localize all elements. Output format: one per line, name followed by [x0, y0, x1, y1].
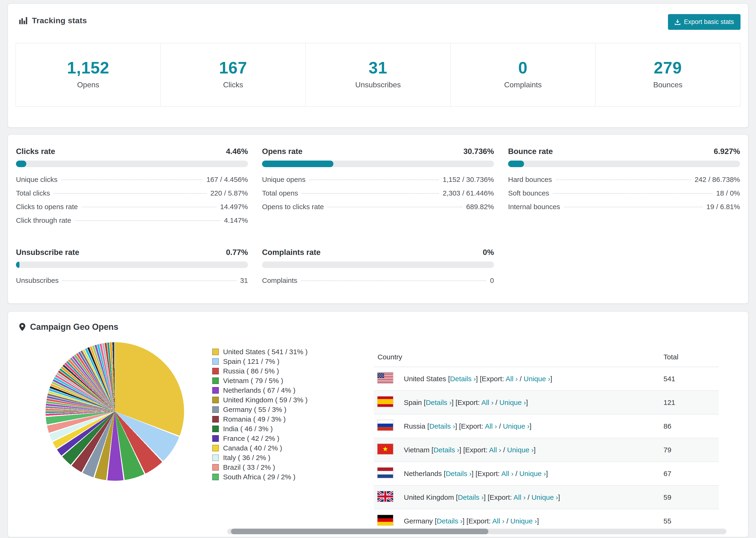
bracket: ]: [459, 446, 461, 454]
legend-item-south-africa[interactable]: South Africa ( 29 / 2% ): [212, 472, 353, 482]
rate-row-unsubscribes: Unsubscribes 31: [16, 274, 248, 287]
bracket: ]: [476, 375, 478, 383]
flag-cell: [374, 485, 400, 509]
stat-value: 0: [451, 58, 595, 77]
details-link[interactable]: Details ›: [437, 517, 462, 525]
legend-item-india[interactable]: India ( 46 / 3% ): [212, 424, 353, 434]
export-all-link[interactable]: All ›: [506, 375, 518, 383]
rate-row-value: 19 / 6.81%: [706, 200, 740, 214]
flag-vn-icon: [378, 444, 393, 454]
bracket: ]: [534, 446, 536, 454]
dotted-leader: [81, 207, 216, 207]
export-all-link[interactable]: All ›: [489, 446, 501, 454]
legend-label: Italy ( 36 / 2% ): [223, 453, 270, 462]
legend-item-united-kingdom[interactable]: United Kingdom ( 59 / 3% ): [212, 395, 353, 405]
legend-item-vietnam[interactable]: Vietnam ( 79 / 5% ): [212, 376, 353, 385]
bracket: ]: [558, 493, 560, 501]
export-all-link[interactable]: All ›: [501, 470, 513, 477]
rate-row-click-through-rate: Click through rate 4.147%: [16, 214, 248, 227]
legend-swatch: [212, 474, 219, 480]
legend-item-netherlands[interactable]: Netherlands ( 67 / 4% ): [212, 385, 353, 395]
flag-gb-icon: [378, 491, 393, 502]
total-column-header: Total: [660, 347, 719, 367]
bracket: [: [475, 470, 477, 477]
flag-cell: [374, 391, 400, 414]
details-link[interactable]: Details ›: [458, 493, 484, 501]
geo-table-header-row: Country Total: [374, 347, 719, 367]
rate-row-value: 220 / 5.87%: [210, 187, 248, 200]
export-all-link[interactable]: All ›: [513, 493, 526, 501]
legend-item-canada[interactable]: Canada ( 40 / 2% ): [212, 443, 353, 453]
rate-row-label: Total opens: [262, 187, 298, 200]
bracket: ]: [550, 375, 552, 383]
export-unique-link[interactable]: Unique ›: [503, 422, 529, 430]
export-unique-link[interactable]: Unique ›: [523, 375, 550, 383]
separator: /: [503, 446, 505, 454]
stats-row: 1,152 Opens 167 Clicks 31 Unsubscribes 0…: [16, 43, 740, 107]
legend-item-italy[interactable]: Italy ( 36 / 2% ): [212, 453, 353, 462]
export-label: Export:: [465, 446, 487, 454]
details-link[interactable]: Details ›: [433, 446, 459, 454]
total-cell: 59: [660, 485, 719, 509]
rate-row-unique-clicks: Unique clicks 167 / 4.456%: [16, 173, 248, 187]
details-link[interactable]: Details ›: [426, 399, 452, 406]
rate-row-value: 14.497%: [220, 200, 248, 214]
rate-title: Complaints rate: [262, 248, 320, 257]
rate-row-clicks-to-opens-rate: Clicks to opens rate 14.497%: [16, 200, 248, 214]
total-cell: 541: [660, 367, 719, 391]
export-all-link[interactable]: All ›: [481, 399, 494, 406]
bracket: [: [456, 493, 458, 501]
rate-row-label: Unique clicks: [16, 173, 58, 187]
export-all-link[interactable]: All ›: [485, 422, 497, 430]
details-link[interactable]: Details ›: [450, 375, 476, 383]
legend-item-germany[interactable]: Germany ( 55 / 3% ): [212, 405, 353, 414]
dotted-leader: [301, 281, 486, 281]
legend-label: Canada ( 40 / 2% ): [223, 443, 282, 453]
flag-nl-icon: [378, 467, 393, 478]
details-link[interactable]: Details ›: [429, 422, 455, 430]
bracket: ]: [529, 422, 531, 430]
legend-item-romania[interactable]: Romania ( 49 / 3% ): [212, 414, 353, 424]
country-name: Spain: [404, 399, 422, 406]
page: Tracking stats Export basic stats 1,152 …: [0, 0, 756, 538]
legend-item-spain[interactable]: Spain ( 121 / 7% ): [212, 356, 353, 366]
legend-label: Romania ( 49 / 3% ): [223, 414, 286, 424]
rate-title: Clicks rate: [16, 147, 55, 156]
legend-label: France ( 42 / 2% ): [223, 434, 279, 443]
rates-panel: Clicks rate 4.46% Unique clicks 167 / 4.…: [8, 134, 748, 304]
total-cell: 79: [660, 438, 719, 462]
geo-legend: United States ( 541 / 31% ) Spain ( 121 …: [212, 347, 353, 482]
legend-label: Netherlands ( 67 / 4% ): [223, 385, 296, 395]
export-unique-link[interactable]: Unique ›: [511, 517, 537, 525]
bracket: ]: [471, 470, 473, 477]
horizontal-scrollbar-track[interactable]: [227, 529, 727, 534]
export-all-link[interactable]: All ›: [492, 517, 505, 525]
geo-panel-title: Campaign Geo Opens: [30, 322, 118, 332]
legend-label: Germany ( 55 / 3% ): [223, 405, 287, 414]
rate-row-label: Soft bounces: [508, 187, 549, 200]
legend-swatch: [212, 406, 219, 413]
export-unique-link[interactable]: Unique ›: [499, 399, 526, 406]
legend-item-russia[interactable]: Russia ( 86 / 5% ): [212, 366, 353, 376]
export-unique-link[interactable]: Unique ›: [507, 446, 534, 454]
rate-row-value: 689.82%: [466, 200, 494, 214]
rate-percent: 6.927%: [714, 147, 740, 156]
horizontal-scrollbar-thumb[interactable]: [231, 529, 488, 534]
rate-row-value: 0: [490, 274, 494, 287]
stat-complaints: 0 Complaints: [450, 43, 596, 107]
export-basic-stats-button[interactable]: Export basic stats: [668, 14, 740, 30]
legend-label: Brazil ( 33 / 2% ): [223, 462, 275, 472]
progress-bar-fill: [262, 161, 333, 167]
separator: /: [527, 493, 529, 501]
details-link[interactable]: Details ›: [446, 470, 471, 477]
export-unique-link[interactable]: Unique ›: [519, 470, 546, 477]
rate-row-label: Total clicks: [16, 187, 50, 200]
rate-rows: Hard bounces 242 / 86.738% Soft bounces …: [508, 173, 740, 214]
flag-ru-icon: [378, 420, 393, 430]
rate-title: Opens rate: [262, 147, 302, 156]
rate-row-value: 31: [240, 274, 248, 287]
legend-item-brazil[interactable]: Brazil ( 33 / 2% ): [212, 462, 353, 472]
export-unique-link[interactable]: Unique ›: [531, 493, 558, 501]
legend-item-france[interactable]: France ( 42 / 2% ): [212, 434, 353, 443]
legend-item-united-states[interactable]: United States ( 541 / 31% ): [212, 347, 353, 356]
